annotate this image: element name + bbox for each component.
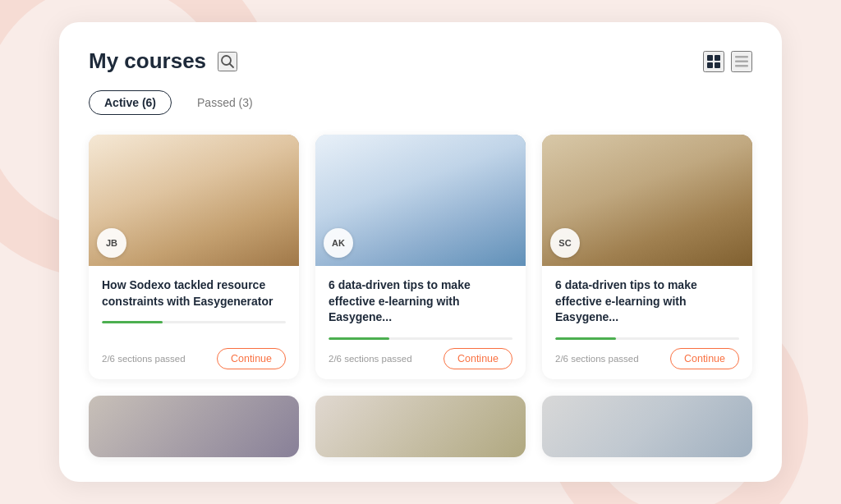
header-left: My courses bbox=[89, 48, 237, 74]
progress-fill-1 bbox=[102, 321, 163, 323]
course-body-3: 6 data-driven tips to make effective e-l… bbox=[542, 266, 752, 379]
avatar-jb: JB bbox=[97, 228, 126, 258]
avatar-ak: AK bbox=[324, 228, 353, 258]
outer-background: My courses bbox=[0, 0, 841, 504]
bottom-card-3[interactable] bbox=[542, 396, 752, 457]
tabs-bar: Active (6) Passed (3) bbox=[89, 90, 752, 115]
course-card-1: JB How Sodexo tackled resource constrain… bbox=[89, 135, 299, 379]
avatar-sc: SC bbox=[550, 228, 580, 258]
course-grid: JB How Sodexo tackled resource constrain… bbox=[89, 135, 752, 379]
course-title-2: 6 data-driven tips to make effective e-l… bbox=[329, 277, 512, 326]
list-icon bbox=[734, 54, 749, 69]
header: My courses bbox=[89, 48, 752, 74]
course-footer-3: 2/6 sections passed Continue bbox=[555, 348, 739, 369]
svg-rect-4 bbox=[707, 62, 713, 68]
grid-icon bbox=[706, 54, 721, 69]
main-card: My courses bbox=[59, 22, 782, 482]
course-title-1: How Sodexo tackled resource constraints … bbox=[102, 277, 286, 309]
course-footer-1: 2/6 sections passed Continue bbox=[102, 348, 286, 369]
page-title: My courses bbox=[89, 48, 206, 74]
course-title-3: 6 data-driven tips to make effective e-l… bbox=[555, 277, 739, 326]
progress-bar-2 bbox=[329, 337, 512, 340]
svg-rect-5 bbox=[715, 62, 720, 68]
svg-rect-2 bbox=[707, 55, 713, 61]
course-image-2: AK bbox=[315, 135, 526, 266]
course-card-3: SC 6 data-driven tips to make effective … bbox=[542, 135, 752, 379]
bottom-row bbox=[89, 396, 752, 457]
svg-rect-7 bbox=[735, 60, 748, 62]
continue-button-1[interactable]: Continue bbox=[217, 348, 286, 369]
continue-button-2[interactable]: Continue bbox=[443, 348, 512, 369]
course-image-1: JB bbox=[89, 135, 299, 266]
progress-bar-1 bbox=[102, 321, 286, 323]
course-footer-2: 2/6 sections passed Continue bbox=[329, 348, 512, 369]
continue-button-3[interactable]: Continue bbox=[670, 348, 739, 369]
progress-fill-3 bbox=[555, 337, 616, 340]
svg-rect-3 bbox=[715, 55, 720, 61]
tab-passed[interactable]: Passed (3) bbox=[182, 90, 269, 115]
progress-fill-2 bbox=[329, 337, 389, 340]
svg-rect-6 bbox=[735, 56, 748, 58]
grid-view-button[interactable] bbox=[703, 51, 724, 72]
svg-rect-8 bbox=[735, 65, 748, 67]
tab-active[interactable]: Active (6) bbox=[89, 90, 172, 115]
course-body-1: How Sodexo tackled resource constraints … bbox=[89, 266, 299, 379]
svg-line-1 bbox=[230, 63, 234, 67]
sections-passed-2: 2/6 sections passed bbox=[329, 354, 412, 364]
course-image-3: SC bbox=[542, 135, 752, 266]
course-body-2: 6 data-driven tips to make effective e-l… bbox=[315, 266, 526, 379]
sections-passed-3: 2/6 sections passed bbox=[555, 354, 639, 364]
bottom-card-2[interactable] bbox=[315, 396, 526, 457]
course-card-2: AK 6 data-driven tips to make effective … bbox=[315, 135, 526, 379]
sections-passed-1: 2/6 sections passed bbox=[102, 354, 186, 364]
progress-bar-3 bbox=[555, 337, 739, 340]
bottom-card-1[interactable] bbox=[89, 396, 299, 457]
search-button[interactable] bbox=[218, 52, 237, 71]
view-toggle bbox=[703, 51, 752, 72]
search-icon bbox=[219, 53, 236, 70]
list-view-button[interactable] bbox=[731, 51, 752, 72]
